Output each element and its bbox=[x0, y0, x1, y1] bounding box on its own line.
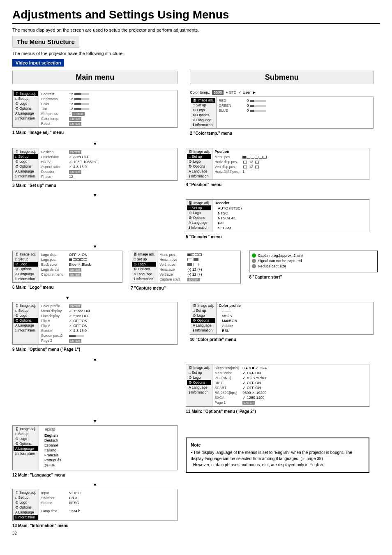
sb3-options: ⚙ Options bbox=[14, 164, 38, 169]
menu7-block: 🎛 Image adj. □ Set up ⊙ Logo ⚙ Options A… bbox=[131, 251, 241, 292]
sb9-lang: A Language bbox=[14, 323, 38, 328]
switcher-label: Switcher bbox=[41, 496, 68, 500]
menudisplay-val: ✓ 15sec ON bbox=[69, 309, 90, 313]
fliph-label: Flip H bbox=[41, 319, 68, 323]
page2-enter: ENTER bbox=[69, 339, 81, 343]
sb2-options: ⚙ Options bbox=[191, 113, 215, 117]
video-input-label: Video Input selection bbox=[12, 59, 64, 67]
decoder-label: Decoder bbox=[41, 170, 68, 174]
logodelete-enter: ENTER bbox=[69, 268, 81, 272]
blue-val: 0 bbox=[247, 108, 249, 113]
rs232c-label: RS-232C[bps] bbox=[214, 391, 241, 395]
page-number: 32 bbox=[12, 531, 380, 536]
brightness-val: 12 bbox=[69, 97, 73, 101]
sb-options1: ⚙ Options bbox=[14, 106, 38, 111]
scart-val: ✓ OFF ON bbox=[242, 386, 261, 390]
horizsize-label: Horiz.size bbox=[159, 267, 186, 272]
sb13-lang: A Language bbox=[14, 510, 38, 515]
tint-val: 12 bbox=[69, 107, 73, 111]
sb5-setup: □ Set up bbox=[187, 205, 211, 210]
flipv-val: ✓ OFF ON bbox=[69, 324, 88, 328]
lamptime-val: 1234 h bbox=[69, 509, 81, 513]
horizdisppos-box2 bbox=[255, 161, 259, 164]
reset-enter: ENTER bbox=[69, 122, 81, 126]
sb4-info: ℹ Information bbox=[187, 174, 211, 179]
spacer2 bbox=[12, 364, 178, 415]
flipv-label: Flip V bbox=[41, 324, 68, 328]
sb5-imageadj: 🎛 Image adj. bbox=[187, 200, 211, 205]
sb10-options: ⚙ Options bbox=[191, 318, 215, 323]
dist-label: DIST bbox=[214, 381, 241, 385]
sb-logo1: ⊙ Logo bbox=[14, 101, 38, 106]
sb11-imageadj: 🎛 Image adj. bbox=[187, 365, 211, 370]
sb12-imageadj: 🎛 Image adj. bbox=[14, 426, 38, 431]
capture-start-box: Capt.in prog.(approx. 2min) Signal can n… bbox=[249, 251, 378, 272]
horizdisppos-val: 12 bbox=[249, 160, 253, 164]
lang-chinese: 한국어 bbox=[44, 463, 55, 468]
sb11-lang: A Language bbox=[187, 385, 211, 390]
pc2bnc-val: ✓ RGB YPbPr bbox=[242, 376, 266, 380]
menu10-block: 🎛 Image adj. □ Set up ⊙ Logo ⚙ Options A… bbox=[190, 302, 374, 353]
lang-espanol: Español bbox=[44, 443, 58, 447]
sxga-label: SXGA bbox=[214, 396, 241, 400]
menu10-label: 10 "Color profile" menu bbox=[190, 337, 374, 342]
sharpness-val: 1 bbox=[69, 112, 71, 116]
capturestart-enter: ENTER bbox=[187, 278, 200, 281]
logodisp-val: OFF ✓ ON bbox=[69, 253, 88, 257]
fliph-val: ✓ OFF ON bbox=[69, 319, 88, 323]
pc2bnc-label: PC2(BNC) bbox=[214, 376, 241, 380]
sb10-info: ℹ Information bbox=[191, 328, 215, 333]
sb6-info: ℹ Information bbox=[14, 276, 38, 281]
sb6-imageadj: 🎛 Image adj. bbox=[14, 252, 38, 257]
sb13-info: ℹ Information bbox=[14, 515, 38, 520]
menucolor-label: Menu color bbox=[214, 371, 241, 375]
sb9-options: ⚙ Options bbox=[14, 318, 38, 323]
note-section: Note • The display language of the menus… bbox=[186, 433, 369, 473]
page-subtitle: The menus displayed on the screen are us… bbox=[12, 28, 380, 32]
color-val: 12 bbox=[69, 102, 73, 106]
note-text: • The display language of the menus is s… bbox=[191, 449, 364, 468]
backcolor-val: Blue ✓ Black bbox=[69, 263, 91, 267]
horizdistpos-val: 1 bbox=[242, 170, 244, 174]
vertsize-val: (-) 12 (+) bbox=[187, 272, 202, 276]
sb12-setup: □ Set up bbox=[14, 431, 38, 436]
page1-label: Page 1 bbox=[214, 401, 241, 405]
sb-imageadj: 🎛 Image adj. bbox=[14, 91, 38, 96]
menu11-label: 11 Main: "Options" menu ("Page 2") bbox=[186, 409, 369, 414]
position-heading: Position bbox=[214, 150, 367, 154]
sb12-logo: ⊙ Logo bbox=[14, 436, 38, 441]
menu12-label: 12 Main: "Language" menu bbox=[12, 473, 178, 477]
menu3-block: 🎛 Image adj. □ Set up ⊙ Logo ⚙ Options A… bbox=[12, 148, 178, 189]
sb5-logo: ⊙ Logo bbox=[187, 210, 211, 215]
colorprofile-srgb: sRGB bbox=[222, 314, 232, 318]
colorprofile-adobe: Adobe bbox=[222, 324, 233, 328]
sb2-imageadj: 🎛 Image adj. bbox=[191, 98, 215, 103]
deinterlace-val: ✓ Auto OFF bbox=[69, 155, 89, 159]
sb11-logo: ⊙ Logo bbox=[187, 375, 211, 380]
sb5-options: ⚙ Options bbox=[187, 215, 211, 220]
vertmove-box1 bbox=[187, 263, 192, 266]
sb3-setup: □ Set up bbox=[14, 154, 38, 159]
decoder-secam: SECAM bbox=[218, 226, 231, 230]
vertsize-label: Vert.size bbox=[159, 272, 186, 276]
menu1-label: 1 Main: "Image adj." menu bbox=[12, 130, 178, 135]
lang-italiano: Italiano bbox=[44, 448, 56, 452]
sb10-logo: ⊙ Logo bbox=[191, 313, 215, 318]
sharpness-label: Sharpness bbox=[41, 112, 68, 116]
screen-label: Screen bbox=[41, 329, 68, 333]
colortemp-5500: 5500 bbox=[212, 90, 224, 95]
source-label: Source bbox=[41, 501, 68, 505]
spacer1 bbox=[12, 199, 178, 241]
scart-label: SCART bbox=[214, 386, 241, 390]
sb13-imageadj: 🎛 Image adj. bbox=[14, 490, 38, 495]
colorprofile-ebu: EBU bbox=[222, 329, 230, 333]
menupos7-label: Menu pos. bbox=[159, 253, 186, 257]
sb-setup1: □ Set up bbox=[14, 96, 38, 101]
sb-info1: ℹ Information bbox=[14, 116, 38, 121]
vertdisppos-label: Vert.disp.pos. bbox=[214, 165, 241, 169]
blue-label: BLUE bbox=[219, 108, 245, 113]
sb7-lang: A Language bbox=[132, 272, 156, 276]
hdtv-label: HDTV bbox=[41, 160, 68, 164]
vertdisppos-val: 12 bbox=[249, 165, 253, 169]
lang-francais: Français bbox=[44, 453, 59, 457]
